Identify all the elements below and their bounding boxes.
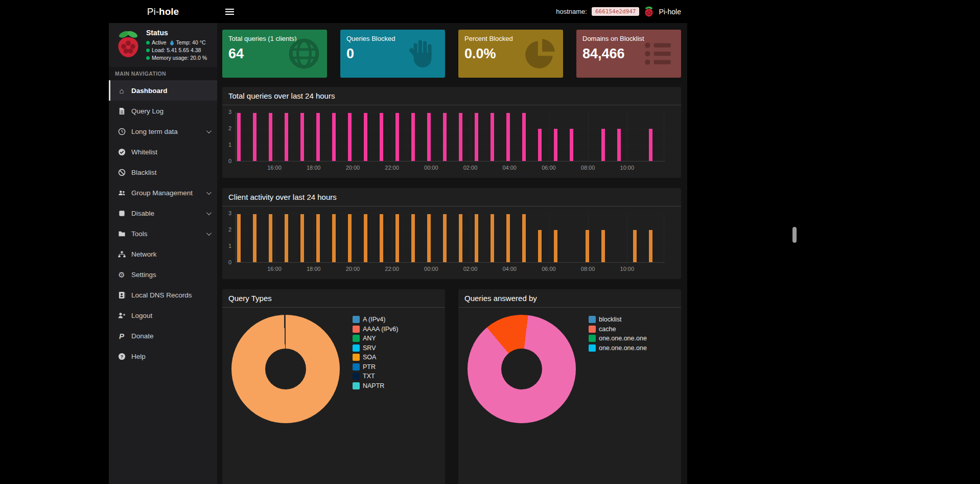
legend-item[interactable]: TXT xyxy=(353,373,398,380)
main-content: Total queries (1 clients) 64 Queries Blo… xyxy=(217,23,687,484)
sidebar-item-group-management[interactable]: Group Management xyxy=(109,182,217,203)
list-icon xyxy=(641,37,675,71)
bar xyxy=(491,113,494,161)
sidebar-item-logout[interactable]: Logout xyxy=(109,305,217,326)
sidebar-item-long-term-data[interactable]: Long term data xyxy=(109,121,217,142)
x-tick-label: 18:00 xyxy=(307,165,321,171)
sidebar-item-donate[interactable]: PDonate xyxy=(109,326,217,346)
sidebar-item-blacklist[interactable]: Blacklist xyxy=(109,162,217,182)
bar xyxy=(300,214,304,262)
legend-item[interactable]: PTR xyxy=(353,363,398,371)
sidebar-item-network[interactable]: Network xyxy=(109,244,217,264)
bar xyxy=(601,230,605,262)
legend-label: SRV xyxy=(363,344,376,352)
gridline xyxy=(236,129,665,129)
x-axis-line xyxy=(236,262,665,263)
gridline xyxy=(392,214,392,263)
card-percent-blocked[interactable]: Percent Blocked 0.0% xyxy=(458,30,563,78)
gridline xyxy=(664,112,664,162)
status-panel: Status Active Temp: 40 °C Load: 5.41 5.6… xyxy=(109,23,217,67)
bar xyxy=(617,129,621,161)
sidebar: Status Active Temp: 40 °C Load: 5.41 5.6… xyxy=(109,23,217,484)
gridline xyxy=(431,112,432,162)
sidebar-toggle-button[interactable] xyxy=(225,9,234,15)
status-row-load: Load: 5.41 5.65 4.38 xyxy=(146,47,207,54)
file-icon xyxy=(115,107,128,115)
chevron-down-icon xyxy=(206,210,212,215)
bar xyxy=(285,113,288,161)
brand-logo[interactable]: Pi-hole xyxy=(109,6,217,17)
bar xyxy=(586,230,589,262)
legend-item[interactable]: one.one.one.one xyxy=(589,335,647,342)
chevron-down-icon xyxy=(206,231,212,236)
sidebar-item-tools[interactable]: Tools xyxy=(109,223,217,244)
clock-icon xyxy=(115,128,128,135)
x-tick-label: 20:00 xyxy=(346,266,360,272)
x-tick-label: 08:00 xyxy=(581,165,595,171)
sidebar-item-label: Long term data xyxy=(131,128,178,135)
card-queries-blocked[interactable]: Queries Blocked 0 xyxy=(340,30,445,78)
query-types-donut-chart[interactable] xyxy=(231,315,340,423)
panel-client-activity: Client activity over last 24 hours 3210 … xyxy=(222,188,681,279)
bar xyxy=(633,230,637,262)
legend-item[interactable]: blocklist xyxy=(589,316,647,323)
bar xyxy=(649,230,652,262)
legend-item[interactable]: ANY xyxy=(353,335,398,342)
status-active-label: Active xyxy=(152,39,167,47)
sidebar-item-local-dns-records[interactable]: Local DNS Records xyxy=(109,285,217,305)
x-tick-label: 22:00 xyxy=(385,165,399,171)
sidebar-item-dashboard[interactable]: ⌂Dashboard xyxy=(109,80,217,101)
sidebar-item-query-log[interactable]: Query Log xyxy=(109,101,217,121)
bar xyxy=(491,214,494,262)
legend-item[interactable]: SRV xyxy=(353,344,398,352)
sidebar-item-whitelist[interactable]: Whitelist xyxy=(109,142,217,162)
pie-chart-icon xyxy=(523,37,557,71)
status-temperature: Temp: 40 °C xyxy=(176,39,206,47)
y-tick-label: 0 xyxy=(228,259,231,265)
total-queries-chart[interactable]: 3210 16:0018:0020:0022:0000:0002:0004:00… xyxy=(222,105,681,178)
legend-item[interactable]: AAAA (IPv6) xyxy=(353,326,398,333)
donate-icon: P xyxy=(115,332,128,340)
query-types-legend: A (IPv4)AAAA (IPv6)ANYSRVSOAPTRTXTNAPTR xyxy=(353,316,398,423)
sidebar-item-disable[interactable]: Disable xyxy=(109,203,217,223)
legend-swatch xyxy=(353,344,360,352)
queries-answered-donut-chart[interactable] xyxy=(468,315,576,423)
legend-item[interactable]: SOA xyxy=(353,354,398,361)
legend-item[interactable]: A (IPv4) xyxy=(353,316,398,323)
bar xyxy=(380,113,383,161)
check-icon xyxy=(115,148,128,156)
y-tick-label: 3 xyxy=(228,109,231,115)
bar xyxy=(427,214,431,262)
gridline xyxy=(549,112,549,162)
y-tick-label: 1 xyxy=(228,243,231,249)
legend-label: one.one.one.one xyxy=(599,335,647,342)
x-tick-label: 10:00 xyxy=(620,266,635,272)
x-tick-label: 10:00 xyxy=(620,165,635,171)
bar xyxy=(538,129,542,161)
panel-title: Query Types xyxy=(222,289,445,308)
legend-item[interactable]: NAPTR xyxy=(353,382,398,389)
card-total-queries[interactable]: Total queries (1 clients) 64 xyxy=(222,30,327,78)
panel-title: Total queries over last 24 hours xyxy=(222,87,681,105)
gridline xyxy=(471,112,471,162)
x-tick-label: 08:00 xyxy=(581,266,595,272)
queries-answered-legend: blocklistcacheone.one.one.oneone.one.one… xyxy=(589,316,647,423)
bar xyxy=(253,113,256,161)
globe-icon xyxy=(287,37,321,71)
x-tick-label: 18:00 xyxy=(307,266,321,272)
legend-item[interactable]: cache xyxy=(589,326,647,333)
scrollbar-thumb[interactable] xyxy=(792,227,797,243)
bar xyxy=(570,129,573,161)
sidebar-item-label: Blacklist xyxy=(131,169,157,176)
sidebar-item-settings[interactable]: ⚙Settings xyxy=(109,264,217,285)
gridline xyxy=(274,214,275,263)
x-tick-label: 00:00 xyxy=(424,165,438,171)
sidebar-item-help[interactable]: ?Help xyxy=(109,346,217,366)
legend-item[interactable]: one.one.one.one xyxy=(589,344,647,352)
client-activity-chart[interactable]: 3210 16:0018:0020:0022:0000:0002:0004:00… xyxy=(222,206,681,279)
y-tick-label: 2 xyxy=(228,226,231,233)
card-domains-on-blocklist[interactable]: Domains on Blocklist 84,466 xyxy=(576,30,681,78)
main-navigation-label: MAIN NAVIGATION xyxy=(109,67,217,80)
brand-pi: Pi- xyxy=(147,6,159,17)
y-tick-label: 3 xyxy=(228,210,231,216)
